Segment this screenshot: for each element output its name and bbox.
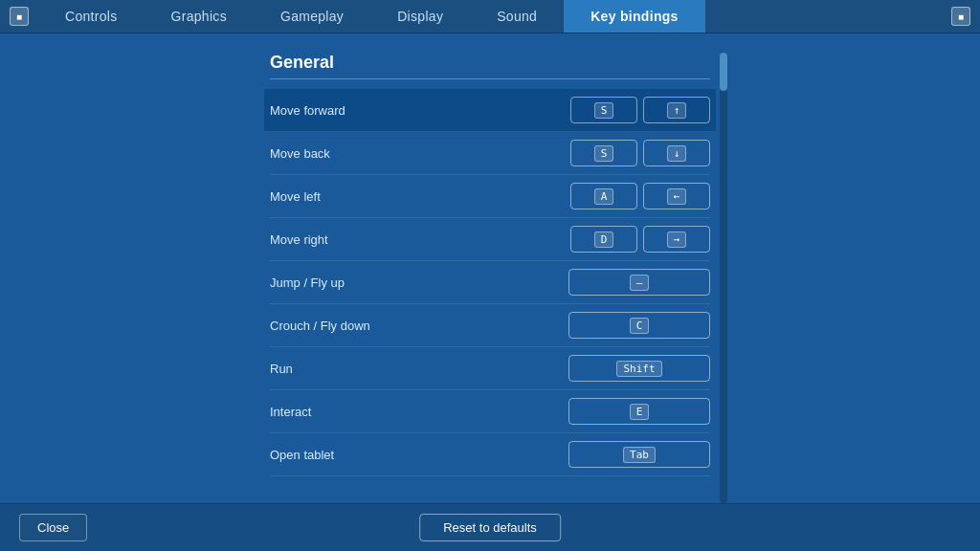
tab-graphics[interactable]: Graphics xyxy=(145,0,254,33)
key-btn-5-0[interactable]: C xyxy=(568,312,710,339)
key-buttons-3: D→ xyxy=(570,226,710,253)
top-bar: ■ ControlsGraphicsGameplayDisplaySoundKe… xyxy=(0,0,980,33)
key-btn-1-1[interactable]: ↓ xyxy=(643,140,710,166)
binding-row-0: Move forwardS↑ xyxy=(264,89,716,132)
key-btn-0-1[interactable]: ↑ xyxy=(643,97,710,123)
key-buttons-0: S↑ xyxy=(570,97,710,123)
action-label-2: Move left xyxy=(270,189,570,204)
key-btn-7-0[interactable]: E xyxy=(568,398,710,425)
nav-tabs: ControlsGraphicsGameplayDisplaySoundKey … xyxy=(38,0,942,33)
right-icon-box: ■ xyxy=(951,7,970,26)
binding-row-5: Crouch / Fly downC xyxy=(270,304,710,347)
bindings-list: Move forwardS↑Move backS↓Move leftA←Move… xyxy=(270,89,710,476)
key-buttons-2: A← xyxy=(570,183,710,209)
tab-sound[interactable]: Sound xyxy=(470,0,564,33)
main-content: General Move forwardS↑Move backS↓Move le… xyxy=(0,33,980,503)
key-btn-8-0[interactable]: Tab xyxy=(568,441,710,468)
binding-row-7: InteractE xyxy=(270,390,710,433)
binding-row-8: Open tabletTab xyxy=(270,433,710,476)
bottom-bar: Close Reset to defaults xyxy=(0,503,980,551)
key-buttons-5: C xyxy=(568,312,710,339)
key-btn-3-1[interactable]: → xyxy=(643,226,710,253)
settings-panel: General Move forwardS↑Move backS↓Move le… xyxy=(270,53,710,503)
tab-controls[interactable]: Controls xyxy=(38,0,145,33)
key-btn-0-0[interactable]: S xyxy=(570,97,637,123)
key-buttons-6: Shift xyxy=(568,355,710,382)
key-buttons-7: E xyxy=(568,398,710,425)
action-label-0: Move forward xyxy=(270,103,570,118)
binding-row-6: RunShift xyxy=(270,347,710,390)
action-label-5: Crouch / Fly down xyxy=(270,319,568,333)
key-btn-2-0[interactable]: A xyxy=(570,183,637,209)
key-btn-1-0[interactable]: S xyxy=(570,140,637,166)
action-label-6: Run xyxy=(270,362,568,376)
tab-keybindings[interactable]: Key bindings xyxy=(564,0,705,33)
tab-gameplay[interactable]: Gameplay xyxy=(254,0,370,33)
left-icon-box: ■ xyxy=(10,7,29,26)
top-bar-right-icon: ■ xyxy=(942,0,980,33)
key-btn-4-0[interactable]: — xyxy=(568,269,710,296)
key-buttons-8: Tab xyxy=(568,441,710,468)
top-bar-left-icon: ■ xyxy=(0,0,38,33)
binding-row-1: Move backS↓ xyxy=(270,132,710,175)
scrollbar-track[interactable] xyxy=(720,53,727,503)
scrollbar-thumb[interactable] xyxy=(720,53,727,91)
action-label-4: Jump / Fly up xyxy=(270,276,568,290)
binding-row-3: Move rightD→ xyxy=(270,218,710,261)
key-btn-6-0[interactable]: Shift xyxy=(568,355,710,382)
action-label-3: Move right xyxy=(270,232,570,247)
tab-display[interactable]: Display xyxy=(370,0,470,33)
key-btn-3-0[interactable]: D xyxy=(570,226,637,253)
reset-defaults-button[interactable]: Reset to defaults xyxy=(419,514,561,541)
key-buttons-4: — xyxy=(568,269,710,296)
key-btn-2-1[interactable]: ← xyxy=(643,183,710,209)
action-label-8: Open tablet xyxy=(270,448,568,462)
binding-row-2: Move leftA← xyxy=(270,175,710,218)
action-label-1: Move back xyxy=(270,146,570,161)
action-label-7: Interact xyxy=(270,405,568,419)
binding-row-4: Jump / Fly up— xyxy=(270,261,710,304)
section-title: General xyxy=(270,53,710,79)
key-buttons-1: S↓ xyxy=(570,140,710,166)
close-button[interactable]: Close xyxy=(19,514,87,541)
